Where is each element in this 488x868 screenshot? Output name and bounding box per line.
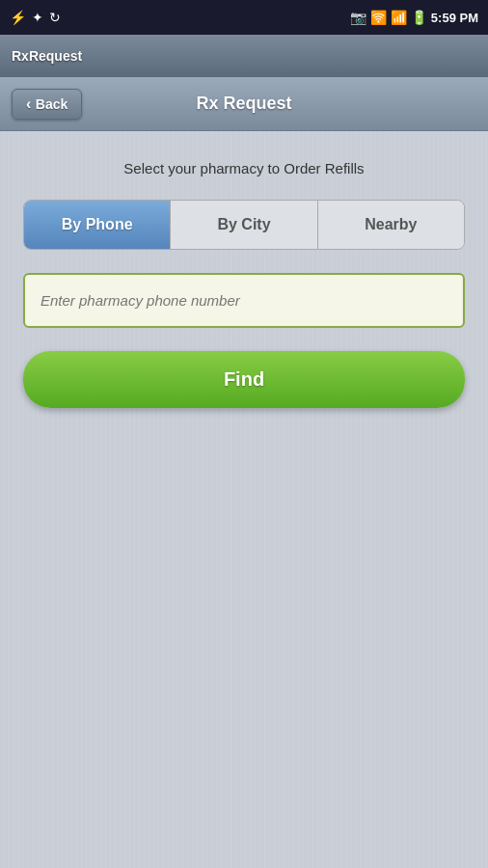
tab-nearby-label: Nearby <box>365 216 417 232</box>
status-icons-left: ⚡ ✦ ↻ <box>10 10 61 25</box>
find-button[interactable]: Find <box>23 351 465 408</box>
usb-icon: ⚡ <box>10 10 26 25</box>
sync-icon: ↻ <box>49 10 61 25</box>
main-content: Select your pharmacy to Order Refills By… <box>0 131 488 868</box>
subtitle-text: Select your pharmacy to Order Refills <box>123 160 364 176</box>
back-button[interactable]: Back <box>12 89 82 120</box>
status-bar: ⚡ ✦ ↻ 📷 🛜 📶 🔋 5:59 PM <box>0 0 488 35</box>
tab-by-phone[interactable]: By Phone <box>24 201 171 249</box>
app-name: RxRequest <box>12 48 82 64</box>
status-time: 5:59 PM <box>431 11 478 25</box>
nav-bar: Back Rx Request <box>0 77 488 131</box>
bluetooth-icon: ✦ <box>32 10 43 25</box>
status-right-area: 📷 🛜 📶 🔋 5:59 PM <box>350 10 478 25</box>
tab-by-city[interactable]: By City <box>171 201 317 249</box>
wifi-icon: 🛜 <box>370 10 387 25</box>
tab-by-phone-label: By Phone <box>62 216 133 232</box>
tab-nearby[interactable]: Nearby <box>318 201 464 249</box>
battery-icon: 🔋 <box>411 10 427 25</box>
phone-input-container <box>23 273 465 328</box>
tab-by-city-label: By City <box>217 216 270 232</box>
title-bar: RxRequest <box>0 35 488 77</box>
tab-selector: By Phone By City Nearby <box>23 200 465 250</box>
phone-input[interactable] <box>27 277 461 324</box>
camera-icon: 📷 <box>350 10 366 25</box>
nav-title: Rx Request <box>196 94 291 114</box>
signal-icon: 📶 <box>391 10 407 25</box>
